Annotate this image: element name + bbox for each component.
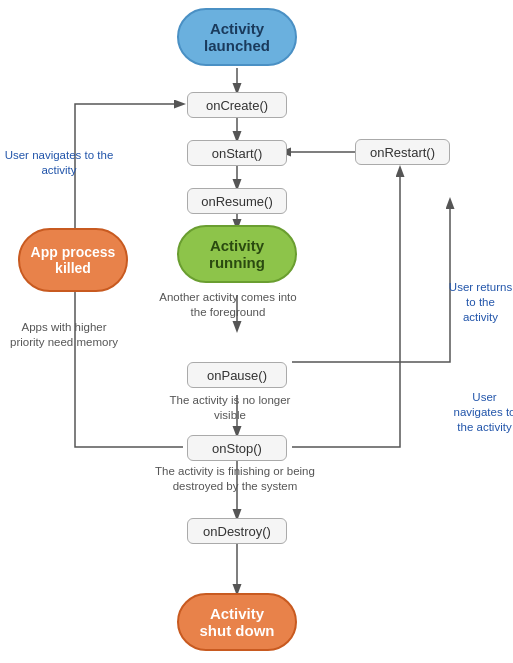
- user-navigates-label: User navigates to the activity: [4, 148, 114, 178]
- activity-running-node: Activity running: [177, 225, 297, 283]
- on-pause-label: onPause(): [207, 368, 267, 383]
- another-activity-label: Another activity comes into the foregrou…: [153, 290, 303, 320]
- on-stop-node: onStop(): [187, 435, 287, 461]
- no-longer-visible-label: The activity is no longer visible: [155, 393, 305, 423]
- on-create-node: onCreate(): [187, 92, 287, 118]
- activity-finishing-label: The activity is finishing or being destr…: [140, 464, 330, 494]
- activity-launched-node: Activity launched: [177, 8, 297, 66]
- on-destroy-label: onDestroy(): [203, 524, 271, 539]
- on-create-label: onCreate(): [206, 98, 268, 113]
- user-navigates-label-2: User navigates to the activity: [452, 390, 513, 435]
- on-stop-label: onStop(): [212, 441, 262, 456]
- activity-running-label: Activity running: [209, 237, 265, 271]
- on-restart-label: onRestart(): [370, 145, 435, 160]
- user-returns-label: User returns to the activity: [448, 280, 513, 325]
- activity-shutdown-node: Activity shut down: [177, 593, 297, 651]
- activity-launched-label: Activity launched: [204, 20, 270, 54]
- app-process-killed-label: App process killed: [31, 244, 116, 276]
- on-resume-node: onResume(): [187, 188, 287, 214]
- on-start-label: onStart(): [212, 146, 263, 161]
- app-process-killed-node: App process killed: [18, 228, 128, 292]
- on-resume-label: onResume(): [201, 194, 273, 209]
- apps-higher-priority-label: Apps with higher priority need memory: [4, 320, 124, 350]
- on-restart-node: onRestart(): [355, 139, 450, 165]
- on-pause-node: onPause(): [187, 362, 287, 388]
- lifecycle-diagram: Activity launched onCreate() onStart() o…: [0, 0, 513, 663]
- on-start-node: onStart(): [187, 140, 287, 166]
- on-destroy-node: onDestroy(): [187, 518, 287, 544]
- activity-shutdown-label: Activity shut down: [200, 605, 275, 639]
